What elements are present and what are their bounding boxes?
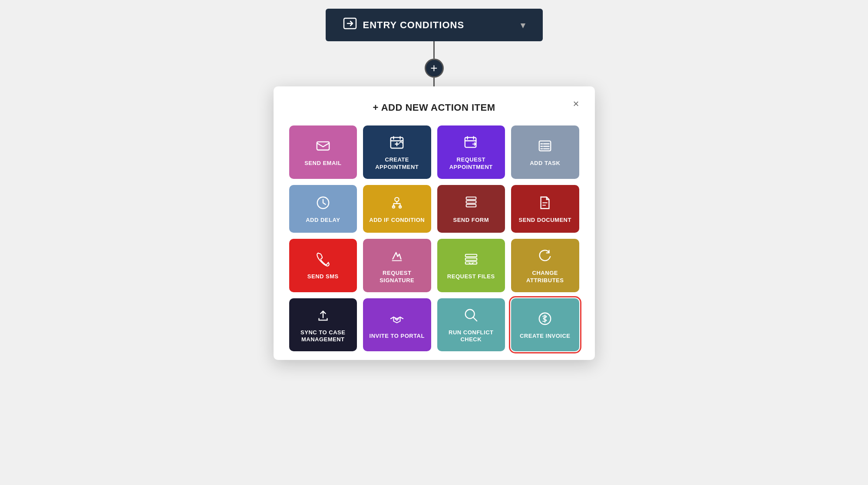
action-item-add-if-condition[interactable]: ADD IF CONDITION	[363, 185, 431, 233]
svg-rect-21	[465, 254, 477, 257]
action-item-create-appointment[interactable]: CREATE APPOINTMENT	[363, 125, 431, 179]
add-delay-label: ADD DELAY	[306, 217, 340, 224]
action-item-invite-to-portal[interactable]: INVITE TO PORTAL	[363, 298, 431, 352]
action-item-request-appointment[interactable]: REQUEST APPOINTMENT	[437, 125, 505, 179]
svg-rect-17	[466, 205, 476, 207]
add-task-label: ADD TASK	[530, 160, 560, 167]
send-email-label: SEND EMAIL	[304, 160, 341, 167]
invite-to-portal-label: INVITE TO PORTAL	[370, 333, 425, 340]
add-delay-icon	[316, 195, 330, 212]
run-conflict-check-label: RUN CONFLICT CHECK	[442, 329, 501, 344]
create-invoice-label: CREATE INVOICE	[520, 333, 571, 340]
sync-to-case-icon	[316, 308, 330, 325]
svg-point-12	[395, 198, 399, 201]
action-item-add-delay[interactable]: ADD DELAY	[289, 185, 357, 233]
send-email-icon	[316, 139, 330, 155]
send-document-label: SEND DOCUMENT	[519, 217, 571, 224]
action-item-send-email[interactable]: SEND EMAIL	[289, 125, 357, 179]
request-files-icon	[464, 252, 479, 269]
action-item-request-signature[interactable]: REQUEST SIGNATURE	[363, 239, 431, 292]
request-signature-icon	[389, 248, 404, 265]
connector-line-2	[433, 78, 435, 86]
svg-rect-15	[466, 197, 476, 200]
action-item-request-files[interactable]: REQUEST FILES	[437, 239, 505, 292]
create-invoice-icon	[538, 311, 552, 328]
entry-icon	[343, 16, 357, 33]
connector-line-1	[433, 41, 435, 59]
add-task-icon	[538, 139, 552, 155]
create-appointment-icon	[389, 135, 404, 152]
request-appointment-icon	[464, 135, 479, 152]
action-item-create-invoice[interactable]: CREATE INVOICE	[511, 298, 579, 352]
send-sms-label: SEND SMS	[307, 273, 339, 280]
chevron-down-icon: ▾	[521, 20, 525, 30]
action-item-sync-to-case[interactable]: SYNC TO CASE MANAGEMENT	[289, 298, 357, 352]
modal-title: + ADD NEW ACTION ITEM	[373, 102, 495, 113]
add-step-button[interactable]: +	[425, 59, 444, 78]
modal-close-button[interactable]: ×	[573, 99, 579, 109]
workflow-container: ENTRY CONDITIONS ▾ + + ADD NEW ACTION IT…	[0, 9, 868, 360]
request-signature-label: REQUEST SIGNATURE	[367, 270, 427, 284]
send-form-icon	[464, 195, 479, 212]
entry-conditions-label: ENTRY CONDITIONS	[363, 20, 465, 31]
add-action-modal: + ADD NEW ACTION ITEM × SEND EMAILCREATE…	[274, 86, 595, 360]
create-appointment-label: CREATE APPOINTMENT	[367, 156, 427, 171]
change-attributes-icon	[538, 248, 552, 265]
sync-to-case-label: SYNC TO CASE MANAGEMENT	[294, 329, 353, 344]
entry-conditions-button[interactable]: ENTRY CONDITIONS ▾	[326, 9, 543, 41]
svg-rect-1	[317, 142, 329, 150]
action-item-change-attributes[interactable]: CHANGE ATTRIBUTES	[511, 239, 579, 292]
action-item-add-task[interactable]: ADD TASK	[511, 125, 579, 179]
action-item-send-form[interactable]: SEND FORM	[437, 185, 505, 233]
send-form-label: SEND FORM	[453, 217, 489, 224]
send-document-icon	[538, 195, 552, 212]
request-appointment-label: REQUEST APPOINTMENT	[442, 156, 501, 171]
svg-line-25	[473, 317, 477, 321]
actions-grid: SEND EMAILCREATE APPOINTMENTREQUEST APPO…	[289, 125, 579, 351]
action-item-send-sms[interactable]: SEND SMS	[289, 239, 357, 292]
send-sms-icon	[316, 252, 330, 269]
svg-rect-16	[466, 201, 476, 203]
request-files-label: REQUEST FILES	[447, 273, 495, 280]
add-if-condition-icon	[389, 195, 404, 212]
change-attributes-label: CHANGE ATTRIBUTES	[515, 270, 575, 284]
svg-rect-22	[465, 258, 477, 261]
action-item-send-document[interactable]: SEND DOCUMENT	[511, 185, 579, 233]
action-item-run-conflict-check[interactable]: RUN CONFLICT CHECK	[437, 298, 505, 352]
run-conflict-check-icon	[464, 308, 479, 325]
modal-header: + ADD NEW ACTION ITEM ×	[289, 102, 579, 113]
invite-to-portal-icon	[389, 311, 404, 328]
add-if-condition-label: ADD IF CONDITION	[369, 217, 425, 224]
